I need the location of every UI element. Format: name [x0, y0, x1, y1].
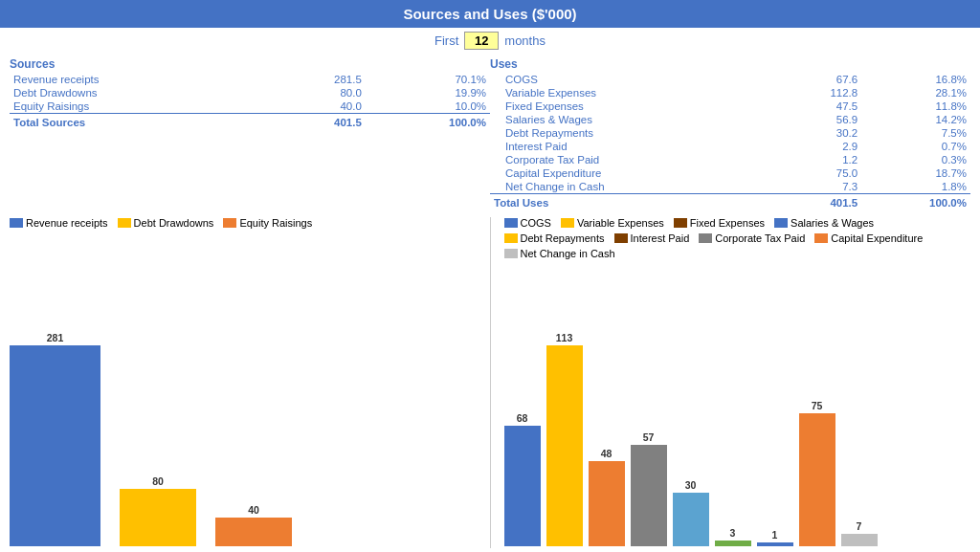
bar-label-top: 48 — [601, 448, 612, 459]
uses-title: Uses — [490, 57, 970, 71]
bar-group: 30 — [673, 479, 709, 546]
legend-label: Debt Repayments — [521, 232, 605, 244]
uses-row-label: Debt Repayments — [490, 126, 776, 140]
uses-row-pct: 7.5% — [861, 126, 970, 140]
uses-row-pct: 28.1% — [861, 86, 970, 99]
bar-group: 3 — [715, 527, 751, 546]
sources-row: Debt Drawdowns 80.0 19.9% — [10, 86, 490, 99]
right-legend: COGSVariable ExpensesFixed ExpensesSalar… — [504, 217, 971, 259]
sources-total-pct: 100.0% — [366, 114, 490, 130]
right-bar-chart: 68 113 48 57 30 3 1 75 7 — [504, 263, 971, 548]
legend-item: Equity Raisings — [223, 217, 312, 229]
legend-label: Equity Raisings — [239, 217, 312, 229]
uses-row-label: Corporate Tax Paid — [490, 153, 776, 166]
bar-group: 48 — [589, 448, 625, 546]
legend-label: Interest Paid — [631, 232, 690, 244]
uses-row-label: Variable Expenses — [490, 86, 776, 99]
uses-row-pct: 1.8% — [861, 180, 970, 194]
uses-row-pct: 0.3% — [861, 153, 970, 166]
uses-row-label: Net Change in Cash — [490, 180, 776, 194]
uses-row-pct: 18.7% — [861, 166, 970, 180]
sources-row-value: 80.0 — [268, 86, 366, 99]
uses-row-label: Interest Paid — [490, 140, 776, 153]
legend-color-box — [561, 218, 574, 228]
legend-color-box — [674, 218, 687, 228]
legend-color-box — [814, 233, 828, 243]
uses-row-pct: 14.2% — [861, 113, 970, 126]
legend-label: Capital Expenditure — [831, 232, 923, 244]
legend-color-box — [10, 218, 23, 228]
bar-group: 80 — [120, 475, 196, 546]
uses-row-value: 112.8 — [776, 86, 861, 99]
uses-row-pct: 11.8% — [861, 99, 970, 113]
bar-rect — [715, 541, 751, 546]
sources-title: Sources — [10, 57, 490, 71]
bar-rect — [546, 345, 583, 546]
legend-item: COGS — [504, 217, 551, 229]
legend-color-box — [699, 233, 712, 243]
page-title: Sources and Uses ($'000) — [0, 0, 980, 28]
first-label: First — [434, 33, 458, 48]
legend-item: Debt Drawdowns — [118, 217, 214, 229]
bar-group: 68 — [504, 412, 541, 546]
months-input[interactable] — [464, 32, 499, 50]
legend-item: Variable Expenses — [561, 217, 664, 229]
bar-label-top: 7 — [857, 520, 862, 532]
bar-rect — [215, 518, 292, 546]
sources-row-label: Equity Raisings — [10, 99, 268, 114]
legend-label: Debt Drawdowns — [134, 217, 214, 229]
legend-item: Fixed Expenses — [674, 217, 765, 229]
sources-row-label: Revenue receipts — [10, 73, 268, 86]
uses-row-value: 56.9 — [776, 113, 861, 126]
uses-row-pct: 0.7% — [861, 140, 970, 153]
bar-label-top: 80 — [152, 475, 164, 487]
left-legend: Revenue receiptsDebt DrawdownsEquity Rai… — [10, 217, 477, 229]
uses-row-value: 30.2 — [776, 126, 861, 140]
sources-row-pct: 10.0% — [366, 99, 490, 114]
bar-label-top: 3 — [730, 527, 736, 539]
bar-label-top: 40 — [248, 504, 259, 516]
legend-item: Net Change in Cash — [504, 248, 615, 259]
sources-total-value: 401.5 — [268, 114, 366, 130]
legend-color-box — [504, 249, 518, 258]
uses-row: Capital Expenditure 75.0 18.7% — [490, 166, 970, 180]
legend-label: Net Change in Cash — [521, 248, 615, 259]
bar-group: 7 — [841, 520, 878, 546]
sources-row-pct: 70.1% — [366, 73, 490, 86]
bar-label-top: 30 — [685, 479, 697, 491]
sources-row-label: Debt Drawdowns — [10, 86, 268, 99]
uses-total-label: Total Uses — [490, 194, 776, 210]
bar-group: 40 — [215, 504, 292, 546]
uses-row-label: COGS — [490, 73, 776, 86]
sources-row-pct: 19.9% — [366, 86, 490, 99]
bar-label-top: 113 — [556, 332, 573, 343]
bar-group: 1 — [757, 529, 793, 546]
sources-row: Revenue receipts 281.5 70.1% — [10, 73, 490, 86]
uses-row: Variable Expenses 112.8 28.1% — [490, 86, 970, 99]
legend-item: Interest Paid — [614, 232, 690, 244]
uses-row: Fixed Expenses 47.5 11.8% — [490, 99, 970, 113]
bar-rect — [631, 445, 667, 546]
legend-color-box — [223, 218, 236, 228]
legend-item: Salaries & Wages — [774, 217, 874, 229]
bar-rect — [841, 534, 878, 546]
sources-row: Equity Raisings 40.0 10.0% — [10, 99, 490, 114]
bar-label-top: 57 — [643, 431, 655, 443]
bar-rect — [589, 461, 625, 546]
bar-rect — [757, 542, 793, 546]
legend-color-box — [118, 218, 131, 228]
sources-table: Revenue receipts 281.5 70.1% Debt Drawdo… — [10, 73, 490, 129]
uses-row-value: 47.5 — [776, 99, 861, 113]
uses-table: COGS 67.6 16.8% Variable Expenses 112.8 … — [490, 73, 970, 210]
legend-label: Corporate Tax Paid — [715, 232, 805, 244]
bar-label-top: 75 — [812, 400, 823, 411]
legend-color-box — [504, 233, 518, 243]
legend-label: Fixed Expenses — [690, 217, 765, 229]
bar-group: 281 — [10, 332, 100, 546]
sources-row-value: 281.5 — [268, 73, 366, 86]
bar-rect — [120, 489, 196, 546]
bar-label-top: 1 — [772, 529, 778, 541]
sources-row-value: 40.0 — [268, 99, 366, 114]
legend-label: Variable Expenses — [577, 217, 664, 229]
legend-label: Salaries & Wages — [791, 217, 874, 229]
